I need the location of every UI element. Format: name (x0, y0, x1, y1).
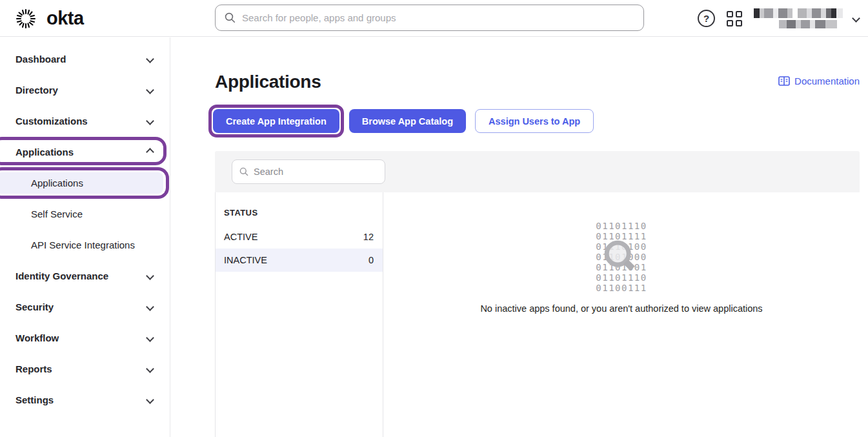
filter-header: STATUS (224, 208, 383, 218)
table-toolbar (215, 151, 860, 192)
sidebar-item-reports[interactable]: Reports (0, 353, 170, 384)
okta-logo[interactable]: okta (15, 8, 84, 29)
book-icon (778, 76, 790, 86)
okta-starburst-icon (15, 8, 36, 29)
documentation-link[interactable]: Documentation (778, 76, 860, 86)
main-content: Documentation Applications Create App In… (171, 37, 868, 437)
status-filter-panel: STATUS ACTIVE 12 INACTIVE 0 (215, 192, 383, 437)
sidebar-item-identity-governance[interactable]: Identity Governance (0, 260, 170, 291)
chevron-down-icon (146, 55, 154, 63)
global-search[interactable] (215, 5, 644, 31)
sidebar-item-security[interactable]: Security (0, 291, 170, 322)
search-icon (239, 167, 248, 176)
chevron-up-icon (146, 148, 154, 156)
sidebar-subitem-applications[interactable]: Applications (0, 167, 170, 198)
browse-app-catalog-button[interactable]: Browse App Catalog (349, 109, 466, 133)
sidebar-item-workflow[interactable]: Workflow (0, 322, 170, 353)
global-search-input[interactable] (242, 12, 634, 23)
annotation-ring: Create App Integration (208, 105, 344, 137)
sidebar-nav: Dashboard Directory Customizations Appli… (0, 37, 170, 437)
chevron-down-icon (146, 303, 154, 311)
page-title: Applications (215, 72, 321, 92)
assign-users-to-app-button[interactable]: Assign Users to App (475, 109, 594, 133)
filter-item-active[interactable]: ACTIVE 12 (216, 225, 383, 249)
search-icon (225, 12, 236, 23)
chevron-down-icon (852, 14, 860, 23)
sidebar-subitem-api-service-integrations[interactable]: API Service Integrations (0, 229, 170, 260)
sidebar-item-dashboard[interactable]: Dashboard (0, 43, 170, 74)
chevron-down-icon (146, 117, 154, 125)
sidebar-item-settings[interactable]: Settings (0, 384, 170, 415)
chevron-down-icon (146, 272, 154, 280)
chevron-down-icon (146, 334, 154, 342)
chevron-down-icon (146, 396, 154, 404)
table-search[interactable] (232, 159, 385, 184)
top-header: okta ? (0, 0, 868, 37)
app-switcher-icon[interactable] (727, 11, 742, 26)
chevron-down-icon (146, 365, 154, 373)
chevron-down-icon (146, 86, 154, 94)
sidebar-item-customizations[interactable]: Customizations (0, 105, 170, 136)
filter-item-inactive[interactable]: INACTIVE 0 (216, 249, 383, 272)
create-app-integration-button[interactable]: Create App Integration (213, 109, 339, 133)
inactive-count: 0 (368, 255, 374, 265)
active-count: 12 (363, 232, 374, 242)
empty-state-message: No inactive apps found, or you aren't au… (480, 303, 762, 314)
redacted-user-name (754, 8, 843, 18)
magnifier-icon (601, 238, 640, 276)
sidebar-item-applications[interactable]: Applications (0, 136, 170, 167)
help-icon[interactable]: ? (698, 10, 715, 27)
redacted-user-info (754, 8, 843, 28)
redacted-org-name (779, 20, 837, 28)
sidebar-subitem-self-service[interactable]: Self Service (0, 198, 170, 229)
table-search-input[interactable] (254, 167, 378, 177)
user-account-menu[interactable] (754, 8, 859, 28)
okta-wordmark: okta (46, 8, 84, 29)
empty-state: 01101110 01101111 01110100 01101000 0110… (383, 192, 860, 437)
sidebar-item-directory[interactable]: Directory (0, 74, 170, 105)
